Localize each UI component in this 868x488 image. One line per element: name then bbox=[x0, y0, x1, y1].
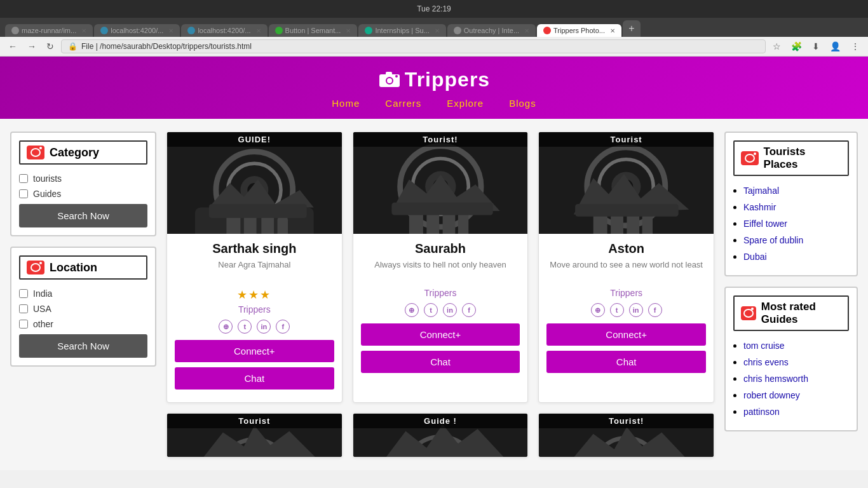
social-icon-globe-2[interactable]: ⊕ bbox=[405, 303, 419, 317]
back-button[interactable]: ← bbox=[5, 40, 20, 53]
new-tab-button[interactable]: + bbox=[623, 20, 641, 37]
extensions-button[interactable]: 🧩 bbox=[788, 40, 805, 53]
social-icon-globe-3[interactable]: ⊕ bbox=[591, 303, 605, 317]
card-3: Tourist Aston Move around to see a new w… bbox=[538, 132, 714, 403]
category-title: Category bbox=[19, 140, 147, 165]
download-button[interactable]: ⬇ bbox=[809, 40, 823, 53]
address-bar[interactable]: 🔒 File | /home/saurabh/Desktop/trippers/… bbox=[61, 39, 766, 53]
social-icon-twitter-2[interactable]: t bbox=[424, 303, 438, 317]
place-1: Tajmahal bbox=[743, 185, 849, 196]
tab-4[interactable]: Button | Semant... ✕ bbox=[269, 24, 358, 37]
location-search-button[interactable]: Search Now bbox=[19, 334, 147, 358]
svg-rect-3 bbox=[386, 72, 392, 76]
tab-5[interactable]: Internships | Su... ✕ bbox=[358, 24, 445, 37]
close-tab-2[interactable]: ✕ bbox=[168, 27, 173, 34]
tab-2[interactable]: localhost:4200/... ✕ bbox=[94, 24, 180, 37]
browser-tabs: maze-runnar/im... ✕ localhost:4200/... ✕… bbox=[0, 18, 868, 37]
card-2-body: Saurabh Always visits to hell not only h… bbox=[353, 234, 528, 386]
refresh-button[interactable]: ↻ bbox=[43, 40, 57, 53]
tourists-checkbox[interactable] bbox=[19, 174, 28, 183]
other-checkbox-item[interactable]: other bbox=[19, 319, 147, 329]
card-2-badge: Tourist! bbox=[353, 132, 528, 147]
bookmark-button[interactable]: ☆ bbox=[770, 40, 784, 53]
cards-grid: GUIDE! Sarthak singh Near Agra Tajmahal … bbox=[166, 132, 714, 403]
tourists-label: tourists bbox=[33, 173, 62, 184]
close-tab-5[interactable]: ✕ bbox=[435, 27, 440, 34]
close-tab-7[interactable]: ✕ bbox=[610, 27, 615, 34]
close-tab-4[interactable]: ✕ bbox=[346, 27, 351, 34]
svg-rect-38 bbox=[575, 204, 679, 217]
card-3-photo bbox=[539, 132, 714, 234]
social-icon-linkedin[interactable]: in bbox=[257, 320, 271, 334]
place-5: Dubai bbox=[743, 251, 849, 262]
card-2-chat-button[interactable]: Chat bbox=[361, 351, 520, 373]
nav-home[interactable]: Home bbox=[332, 98, 360, 109]
category-search-button[interactable]: Search Now bbox=[19, 204, 147, 227]
social-icon-facebook-2[interactable]: f bbox=[462, 303, 476, 317]
address-bar-row: ← → ↻ 🔒 File | /home/saurabh/Desktop/tri… bbox=[0, 37, 868, 57]
guides-checkbox-item[interactable]: Guides bbox=[19, 189, 147, 199]
place-2: Kashmir bbox=[743, 201, 849, 213]
other-checkbox[interactable] bbox=[19, 320, 28, 329]
usa-checkbox[interactable] bbox=[19, 304, 28, 313]
card-1-photo bbox=[167, 132, 342, 234]
nav-careers[interactable]: Carrers bbox=[385, 98, 421, 109]
guides-checkbox[interactable] bbox=[19, 189, 28, 198]
card-3-connect-button[interactable]: Connect+ bbox=[546, 323, 706, 346]
social-icon-twitter[interactable]: t bbox=[238, 320, 252, 334]
card-1-name: Sarthak singh bbox=[175, 241, 334, 256]
place-4-link[interactable]: Spare of dublin bbox=[743, 235, 803, 245]
left-sidebar: Category tourists Guides Search Now Loca… bbox=[10, 132, 156, 458]
social-icon-twitter-3[interactable]: t bbox=[610, 303, 624, 317]
tab-3[interactable]: localhost:4200/... ✕ bbox=[181, 24, 267, 37]
social-icon-facebook-3[interactable]: f bbox=[648, 303, 662, 317]
place-2-link[interactable]: Kashmir bbox=[743, 202, 776, 212]
close-tab-6[interactable]: ✕ bbox=[524, 27, 529, 34]
card-2-name: Saurabh bbox=[361, 241, 520, 256]
card-1-connect-button[interactable]: Connect+ bbox=[175, 340, 334, 362]
profile-button[interactable]: 👤 bbox=[827, 40, 844, 53]
india-checkbox-item[interactable]: India bbox=[19, 288, 147, 299]
social-icon-linkedin-2[interactable]: in bbox=[443, 303, 457, 317]
card-2-photo bbox=[353, 132, 528, 234]
social-icon-globe[interactable]: ⊕ bbox=[219, 320, 233, 334]
main-nav: Home Carrers Explore Blogs bbox=[0, 98, 868, 109]
guide-4-link[interactable]: robert downey bbox=[743, 390, 800, 400]
place-1-link[interactable]: Tajmahal bbox=[743, 186, 779, 196]
cards-area: GUIDE! Sarthak singh Near Agra Tajmahal … bbox=[166, 132, 714, 458]
guide-1: tom cruise bbox=[743, 340, 849, 351]
card-3-name: Aston bbox=[546, 241, 706, 256]
guide-4: robert downey bbox=[743, 390, 849, 401]
card-1-chat-button[interactable]: Chat bbox=[175, 367, 334, 390]
nav-explore[interactable]: Explore bbox=[447, 98, 484, 109]
close-tab-3[interactable]: ✕ bbox=[256, 27, 261, 34]
camera-icon bbox=[378, 69, 401, 91]
tourists-checkbox-item[interactable]: tourists bbox=[19, 173, 147, 184]
usa-checkbox-item[interactable]: USA bbox=[19, 304, 147, 314]
social-icon-facebook[interactable]: f bbox=[276, 320, 290, 334]
place-3-link[interactable]: Eiffel tower bbox=[743, 219, 787, 229]
card-3-social: ⊕ t in f bbox=[546, 303, 706, 317]
tourists-places-camera-icon bbox=[741, 151, 759, 165]
guide-5-link[interactable]: pattinson bbox=[743, 407, 780, 417]
close-tab-1[interactable]: ✕ bbox=[81, 27, 86, 34]
card-2-connect-button[interactable]: Connect+ bbox=[361, 323, 520, 346]
location-label: Location bbox=[50, 261, 97, 274]
menu-button[interactable]: ⋮ bbox=[848, 40, 863, 53]
social-icon-linkedin-3[interactable]: in bbox=[629, 303, 643, 317]
bottom-card-2-image: Guide ! bbox=[353, 414, 528, 457]
place-5-link[interactable]: Dubai bbox=[743, 252, 767, 262]
tab-7-active[interactable]: Trippers Photo... ✕ bbox=[537, 24, 621, 37]
tab-6[interactable]: Outreachy | Inte... ✕ bbox=[447, 24, 536, 37]
india-label: India bbox=[33, 288, 52, 299]
guide-2-link[interactable]: chris evens bbox=[743, 357, 789, 367]
card-3-chat-button[interactable]: Chat bbox=[546, 351, 706, 373]
forward-button[interactable]: → bbox=[24, 40, 39, 53]
guide-3-link[interactable]: chris hemsworth bbox=[743, 374, 808, 384]
guide-1-link[interactable]: tom cruise bbox=[743, 341, 785, 351]
card-2-desc: Always visits to hell not only heaven bbox=[361, 260, 520, 283]
nav-blogs[interactable]: Blogs bbox=[509, 98, 536, 109]
india-checkbox[interactable] bbox=[19, 289, 28, 298]
tab-1[interactable]: maze-runnar/im... ✕ bbox=[5, 24, 93, 37]
svg-rect-15 bbox=[278, 217, 288, 234]
